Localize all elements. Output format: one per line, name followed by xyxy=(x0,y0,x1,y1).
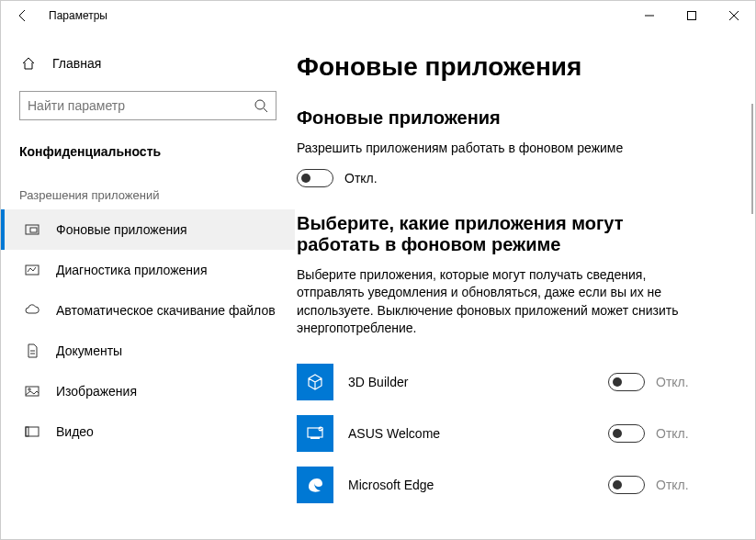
nav-item-label: Автоматическое скачивание файлов xyxy=(56,303,276,318)
svg-rect-13 xyxy=(26,427,39,436)
app-name: Microsoft Edge xyxy=(348,478,608,492)
nav-item-label: Диагностика приложения xyxy=(56,263,207,277)
section-description: Разрешить приложениям работать в фоновом… xyxy=(297,140,728,158)
search-box[interactable] xyxy=(19,91,276,120)
app-icon-microsoft-edge xyxy=(297,467,333,503)
app-toggle-state: Откл. xyxy=(656,375,689,389)
app-toggle-state: Откл. xyxy=(656,478,689,492)
svg-line-5 xyxy=(264,108,267,112)
nav-video[interactable]: Видео xyxy=(1,411,295,452)
scrollbar[interactable] xyxy=(751,104,753,214)
cloud-download-icon xyxy=(23,303,41,318)
nav-app-diagnostics[interactable]: Диагностика приложения xyxy=(1,250,295,290)
section-description: Выберите приложения, которые могут получ… xyxy=(297,266,692,338)
nav-documents[interactable]: Документы xyxy=(1,331,295,371)
window-title: Параметры xyxy=(49,9,107,22)
section-title: Выберите, какие приложения могут работат… xyxy=(297,213,692,255)
nav-item-label: Изображения xyxy=(56,384,137,399)
home-label: Главная xyxy=(52,56,101,71)
home-nav[interactable]: Главная xyxy=(1,45,295,82)
nav-background-apps[interactable]: Фоновые приложения xyxy=(1,209,295,250)
app-row: ASUS Welcome Откл. xyxy=(297,408,728,459)
app-row: Microsoft Edge Откл. xyxy=(297,459,728,511)
app-row: 3D Builder Откл. xyxy=(297,356,728,408)
documents-icon xyxy=(23,343,41,358)
app-name: ASUS Welcome xyxy=(348,426,608,441)
svg-rect-14 xyxy=(26,427,28,436)
app-toggle[interactable] xyxy=(608,424,645,443)
search-icon xyxy=(254,98,268,113)
svg-rect-16 xyxy=(310,437,320,439)
nav-pictures[interactable]: Изображения xyxy=(1,371,295,411)
svg-rect-1 xyxy=(688,12,696,20)
app-toggle[interactable] xyxy=(608,373,645,391)
page-heading: Фоновые приложения xyxy=(297,52,728,82)
master-toggle-state: Откл. xyxy=(344,171,378,186)
video-icon xyxy=(23,424,41,439)
close-button[interactable] xyxy=(713,1,755,30)
background-apps-icon xyxy=(23,222,41,237)
home-icon xyxy=(19,56,38,71)
category-title: Конфиденциальность xyxy=(1,129,295,166)
nav-item-label: Документы xyxy=(56,343,122,358)
svg-point-12 xyxy=(28,388,30,390)
diagnostics-icon xyxy=(23,263,41,277)
nav-auto-downloads[interactable]: Автоматическое скачивание файлов xyxy=(1,290,295,331)
app-toggle-state: Откл. xyxy=(656,426,689,441)
pictures-icon xyxy=(23,384,41,399)
maximize-button[interactable] xyxy=(671,1,713,30)
nav-item-label: Видео xyxy=(56,424,94,439)
svg-rect-7 xyxy=(30,228,37,232)
app-name: 3D Builder xyxy=(348,375,608,389)
master-toggle[interactable] xyxy=(297,169,333,187)
svg-point-4 xyxy=(255,100,265,109)
app-icon-asus-welcome xyxy=(297,415,333,452)
nav-item-label: Фоновые приложения xyxy=(56,222,187,237)
app-icon-3d-builder xyxy=(297,364,333,400)
app-toggle[interactable] xyxy=(608,476,645,494)
group-header: Разрешения приложений xyxy=(1,166,295,209)
section-title: Фоновые приложения xyxy=(297,107,728,129)
search-input[interactable] xyxy=(28,98,254,113)
back-button[interactable] xyxy=(8,1,38,30)
minimize-button[interactable] xyxy=(628,1,671,30)
